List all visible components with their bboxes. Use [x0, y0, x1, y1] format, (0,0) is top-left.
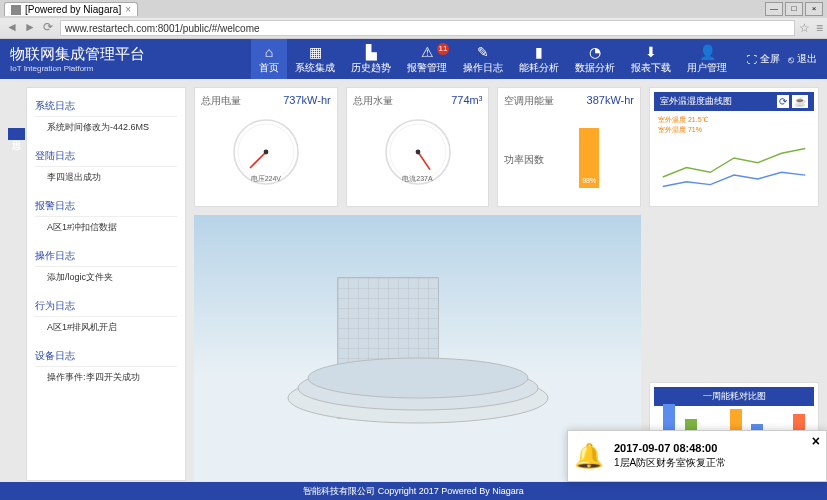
- nav-icon: 👤: [699, 44, 716, 60]
- ac-card: 空调用能量387kW-hr 功率因数 98%: [497, 87, 641, 207]
- logo: 物联网集成管理平台 IoT Integration Platform: [10, 45, 145, 73]
- temp-chart-card: 室外温湿度曲线图⟳☕ 室外温度 21.5℃ 室外湿度 71%: [649, 87, 819, 207]
- reload-button[interactable]: ⟳: [40, 20, 56, 36]
- main-nav: ⌂首页▦系统集成▙历史趋势⚠报警管理11✎操作日志▮能耗分析◔数据分析⬇报表下载…: [251, 39, 735, 79]
- log-item: A区1#排风机开启: [35, 317, 177, 338]
- log-title[interactable]: 设备日志: [35, 346, 177, 367]
- nav-icon: ◔: [589, 44, 601, 60]
- water-gauge: 电流237A: [378, 112, 458, 192]
- nav-icon: ✎: [477, 44, 489, 60]
- star-icon[interactable]: ☆: [799, 21, 810, 35]
- log-title[interactable]: 登陆日志: [35, 146, 177, 167]
- log-item: 系统时间修改为-442.6MS: [35, 117, 177, 138]
- log-title[interactable]: 操作日志: [35, 246, 177, 267]
- svg-line-2: [250, 152, 266, 168]
- nav-能耗分析[interactable]: ▮能耗分析: [511, 39, 567, 79]
- nav-历史趋势[interactable]: ▙历史趋势: [343, 39, 399, 79]
- nav-用户管理[interactable]: 👤用户管理: [679, 39, 735, 79]
- nav-数据分析[interactable]: ◔数据分析: [567, 39, 623, 79]
- fullscreen-button[interactable]: ⛶全屏: [747, 52, 780, 66]
- close-icon[interactable]: ×: [812, 433, 820, 449]
- log-title[interactable]: 系统日志: [35, 96, 177, 117]
- content-area: 日志 系统日志系统时间修改为-442.6MS登陆日志李四退出成功报警日志A区1#…: [0, 79, 827, 489]
- app-header: 物联网集成管理平台 IoT Integration Platform ⌂首页▦系…: [0, 39, 827, 79]
- nav-icon: ⚠: [421, 44, 434, 60]
- temp-chart: 室外温度 21.5℃ 室外湿度 71%: [654, 111, 814, 201]
- app-subtitle: IoT Integration Platform: [10, 64, 145, 73]
- nav-icon: ▦: [309, 44, 322, 60]
- svg-point-3: [263, 150, 268, 155]
- badge: 11: [437, 43, 449, 55]
- log-sidebar: 系统日志系统时间修改为-442.6MS登陆日志李四退出成功报警日志A区1#冲扣信…: [26, 87, 186, 481]
- logout-icon: ⎋: [788, 54, 794, 65]
- water-card: 总用水量774m³ 电流237A: [346, 87, 490, 207]
- nav-系统集成[interactable]: ▦系统集成: [287, 39, 343, 79]
- log-item: 李四退出成功: [35, 167, 177, 188]
- metrics-row: 总用电量737kW-hr 电压224V 总用水量774m³ 电流237A 空调用…: [194, 87, 819, 207]
- app-title: 物联网集成管理平台: [10, 45, 145, 64]
- close-icon[interactable]: ×: [125, 4, 131, 15]
- menu-icon[interactable]: ≡: [816, 21, 823, 35]
- svg-point-15: [308, 358, 528, 398]
- nav-首页[interactable]: ⌂首页: [251, 39, 287, 79]
- url-input[interactable]: [60, 20, 795, 36]
- notification-message: 1层A防区财务室恢复正常: [614, 456, 820, 470]
- nav-icon: ▮: [535, 44, 543, 60]
- log-item: A区1#冲扣信数据: [35, 217, 177, 238]
- svg-line-6: [418, 152, 430, 170]
- address-bar: ◄ ► ⟳ ☆ ≡: [0, 18, 827, 38]
- nav-操作日志[interactable]: ✎操作日志: [455, 39, 511, 79]
- bell-icon: 🔔: [574, 442, 604, 470]
- power-card: 总用电量737kW-hr 电压224V: [194, 87, 338, 207]
- refresh-icon[interactable]: ⟳: [777, 95, 789, 108]
- tab-bar: [Powered by Niagara] × — □ ×: [0, 0, 827, 18]
- log-item: 操作事件:李四开关成功: [35, 367, 177, 388]
- log-title[interactable]: 报警日志: [35, 196, 177, 217]
- browser-chrome: [Powered by Niagara] × — □ × ◄ ► ⟳ ☆ ≡: [0, 0, 827, 39]
- tab-title: [Powered by Niagara]: [25, 4, 121, 15]
- log-title[interactable]: 行为日志: [35, 296, 177, 317]
- svg-point-7: [415, 150, 420, 155]
- notification-toast: 🔔 2017-09-07 08:48:00 1层A防区财务室恢复正常 ×: [567, 430, 827, 482]
- close-button[interactable]: ×: [805, 2, 823, 16]
- notification-time: 2017-09-07 08:48:00: [614, 442, 820, 454]
- logout-button[interactable]: ⎋退出: [788, 52, 817, 66]
- nav-报表下载[interactable]: ⬇报表下载: [623, 39, 679, 79]
- side-tab[interactable]: 日志: [8, 128, 25, 140]
- nav-报警管理[interactable]: ⚠报警管理11: [399, 39, 455, 79]
- forward-button[interactable]: ►: [22, 20, 38, 36]
- expand-icon: ⛶: [747, 54, 757, 65]
- log-item: 添加/logic文件夹: [35, 267, 177, 288]
- coffee-icon[interactable]: ☕: [792, 95, 808, 108]
- favicon: [11, 5, 21, 15]
- window-controls: — □ ×: [765, 2, 823, 16]
- browser-tab[interactable]: [Powered by Niagara] ×: [4, 2, 138, 16]
- nav-icon: ⬇: [645, 44, 657, 60]
- nav-icon: ▙: [366, 44, 377, 60]
- ac-bar: 98%: [579, 128, 599, 188]
- minimize-button[interactable]: —: [765, 2, 783, 16]
- maximize-button[interactable]: □: [785, 2, 803, 16]
- footer: 智能科技有限公司 Copyright 2017 Powered By Niaga…: [0, 482, 827, 500]
- back-button[interactable]: ◄: [4, 20, 20, 36]
- main-panel: 总用电量737kW-hr 电压224V 总用水量774m³ 电流237A 空调用…: [194, 87, 819, 481]
- nav-icon: ⌂: [265, 44, 273, 60]
- power-gauge: 电压224V: [226, 112, 306, 192]
